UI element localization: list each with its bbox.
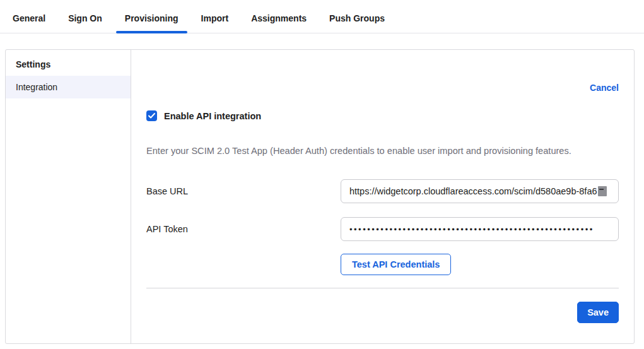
tab-provisioning[interactable]: Provisioning [116,0,187,33]
tab-assignments[interactable]: Assignments [242,0,315,33]
enable-api-integration-row: Enable API integration [146,110,619,121]
test-api-credentials-button[interactable]: Test API Credentials [341,254,451,275]
test-credentials-row: Test API Credentials [341,254,619,275]
tab-import[interactable]: Import [192,0,238,33]
api-token-masked-value: ••••••••••••••••••••••••••••••••••••••••… [349,225,594,234]
cancel-row: Cancel [146,83,619,93]
settings-sidebar: Settings Integration [6,50,131,343]
base-url-input[interactable]: https://widgetcorp.cloudflareaccess.com/… [341,179,619,203]
text-selection-artifact [598,186,607,196]
tab-general[interactable]: General [4,0,54,33]
tab-push-groups[interactable]: Push Groups [320,0,394,33]
base-url-field-row: Base URL https://widgetcorp.cloudflareac… [146,179,619,203]
api-token-label: API Token [146,224,341,234]
save-row: Save [146,302,619,323]
sidebar-header: Settings [6,50,131,76]
base-url-label: Base URL [146,186,341,196]
enable-api-integration-label: Enable API integration [164,111,261,121]
api-token-input[interactable]: ••••••••••••••••••••••••••••••••••••••••… [341,217,619,241]
sidebar-item-integration[interactable]: Integration [6,76,131,98]
credentials-description: Enter your SCIM 2.0 Test App (Header Aut… [146,146,619,156]
api-token-field-row: API Token ••••••••••••••••••••••••••••••… [146,217,619,241]
tab-sign-on[interactable]: Sign On [59,0,111,33]
cancel-link[interactable]: Cancel [590,83,619,93]
footer-divider [146,288,619,288]
base-url-value: https://widgetcorp.cloudflareaccess.com/… [349,186,597,196]
integration-settings-form: Cancel Enable API integration Enter your… [131,50,634,343]
checkmark-icon [148,113,155,119]
save-button[interactable]: Save [577,302,619,323]
enable-api-integration-checkbox[interactable] [146,110,157,121]
app-tab-bar: General Sign On Provisioning Import Assi… [0,0,644,33]
provisioning-panel: Settings Integration Cancel Enable API i… [5,49,635,344]
